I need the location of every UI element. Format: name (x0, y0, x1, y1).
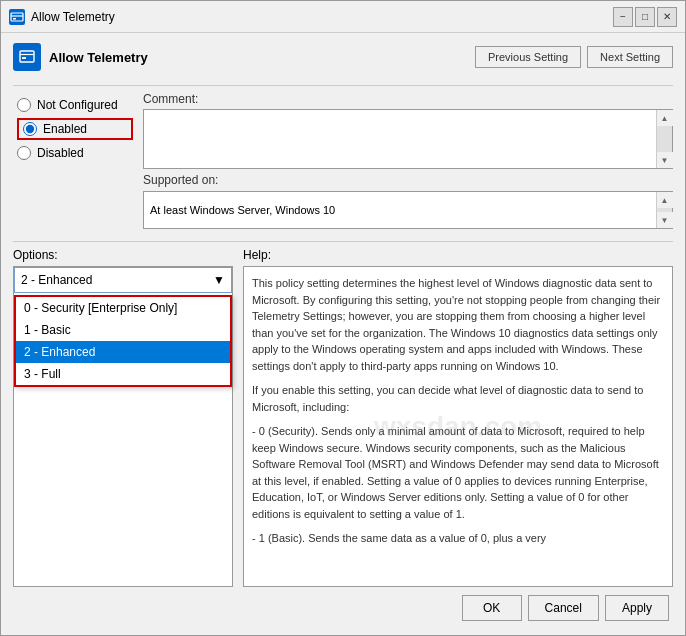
previous-setting-button[interactable]: Previous Setting (475, 46, 581, 68)
dropdown-item-3[interactable]: 3 - Full (16, 363, 230, 385)
svg-rect-2 (13, 18, 16, 20)
minimize-button[interactable]: − (613, 7, 633, 27)
radio-enabled[interactable]: Enabled (23, 122, 87, 136)
svg-rect-0 (11, 13, 23, 21)
comment-section: Comment: ▲ ▼ (143, 92, 673, 169)
supported-text: At least Windows Server, Windows 10 (144, 192, 656, 228)
options-panel: 2 - Enhanced ▼ 0 - Security [Enterprise … (13, 266, 233, 587)
help-panel: wxsdan.com This policy setting determine… (243, 266, 673, 587)
enabled-highlight-box: Enabled (17, 118, 133, 140)
supported-section: Supported on: At least Windows Server, W… (143, 173, 673, 229)
supported-wrapper: At least Windows Server, Windows 10 ▲ ▼ (143, 191, 673, 229)
supported-scrollbar: ▲ ▼ (656, 192, 672, 228)
radio-not-configured-label: Not Configured (37, 98, 118, 112)
section-labels: Options: Help: (13, 248, 673, 262)
options-selected-display: 2 - Enhanced (21, 273, 92, 287)
header-buttons: Previous Setting Next Setting (475, 46, 673, 68)
help-section-label: Help: (243, 248, 673, 262)
options-dropdown-display[interactable]: 2 - Enhanced ▼ (14, 267, 232, 293)
divider-2 (13, 241, 673, 242)
header-title: Allow Telemetry (49, 50, 148, 65)
dropdown-item-1[interactable]: 1 - Basic (16, 319, 230, 341)
radio-group: Not Configured Enabled Disabled (13, 98, 133, 160)
svg-rect-3 (20, 51, 34, 62)
comment-scrollbar: ▲ ▼ (656, 110, 672, 168)
bottom-panels: 2 - Enhanced ▼ 0 - Security [Enterprise … (13, 266, 673, 587)
help-para-4: - 1 (Basic). Sends the same data as a va… (252, 530, 664, 547)
supported-scroll-up[interactable]: ▲ (657, 192, 673, 208)
dropdown-item-0[interactable]: 0 - Security [Enterprise Only] (16, 297, 230, 319)
close-button[interactable]: ✕ (657, 7, 677, 27)
cancel-button[interactable]: Cancel (528, 595, 599, 621)
supported-scroll-down[interactable]: ▼ (657, 212, 673, 228)
title-bar: Allow Telemetry − □ ✕ (1, 1, 685, 33)
footer: OK Cancel Apply (13, 587, 673, 625)
window-icon (9, 9, 25, 25)
comment-textarea[interactable] (144, 110, 656, 168)
radio-disabled-label: Disabled (37, 146, 84, 160)
dropdown-arrow-icon: ▼ (213, 273, 225, 287)
content-area: Allow Telemetry Previous Setting Next Se… (1, 33, 685, 635)
next-setting-button[interactable]: Next Setting (587, 46, 673, 68)
help-para-2: If you enable this setting, you can deci… (252, 382, 664, 415)
ok-button[interactable]: OK (462, 595, 522, 621)
radio-disabled[interactable]: Disabled (17, 146, 133, 160)
radio-enabled-label: Enabled (43, 122, 87, 136)
radio-enabled-input[interactable] (23, 122, 37, 136)
help-para-3: - 0 (Security). Sends only a minimal amo… (252, 423, 664, 522)
comment-scroll-up[interactable]: ▲ (657, 110, 673, 126)
main-window: Allow Telemetry − □ ✕ Allow Telemetry (0, 0, 686, 636)
comment-scroll-track (657, 126, 672, 152)
comment-label: Comment: (143, 92, 673, 106)
comment-wrapper: ▲ ▼ (143, 109, 673, 169)
radio-disabled-input[interactable] (17, 146, 31, 160)
dropdown-item-2[interactable]: 2 - Enhanced (16, 341, 230, 363)
radio-not-configured[interactable]: Not Configured (17, 98, 133, 112)
options-section-label: Options: (13, 248, 233, 262)
supported-label: Supported on: (143, 173, 673, 187)
apply-button[interactable]: Apply (605, 595, 669, 621)
window-title: Allow Telemetry (31, 10, 115, 24)
header-left: Allow Telemetry (13, 43, 148, 71)
header-icon (13, 43, 41, 71)
options-dropdown-open: 0 - Security [Enterprise Only] 1 - Basic… (14, 295, 232, 387)
divider-1 (13, 85, 673, 86)
svg-rect-5 (22, 57, 26, 59)
help-para-1: This policy setting determines the highe… (252, 275, 664, 374)
maximize-button[interactable]: □ (635, 7, 655, 27)
title-bar-controls: − □ ✕ (613, 7, 677, 27)
title-bar-left: Allow Telemetry (9, 9, 115, 25)
header-section: Allow Telemetry Previous Setting Next Se… (13, 43, 673, 71)
radio-not-configured-input[interactable] (17, 98, 31, 112)
comment-scroll-down[interactable]: ▼ (657, 152, 673, 168)
